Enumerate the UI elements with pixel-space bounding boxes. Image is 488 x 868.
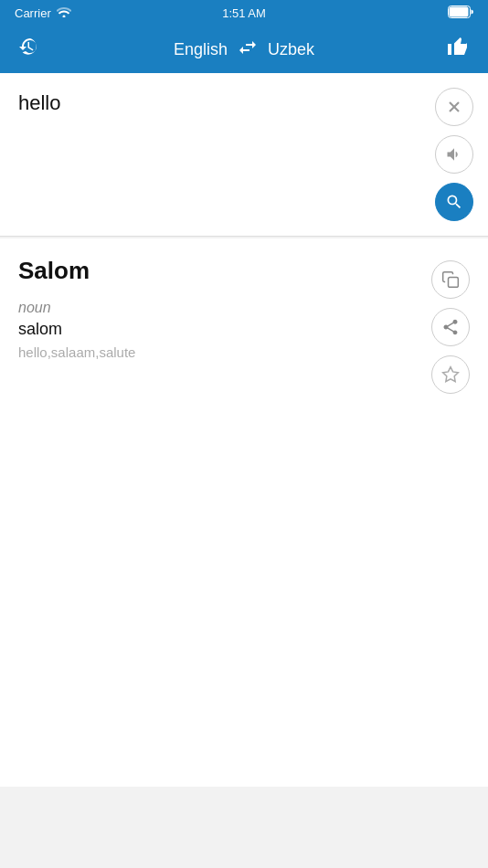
swap-languages-button[interactable] [237, 37, 259, 63]
app-header: English Uzbek [0, 26, 488, 73]
history-button[interactable] [15, 31, 46, 68]
search-input-display[interactable]: hello [18, 88, 435, 115]
rate-button[interactable] [442, 31, 473, 68]
speak-button[interactable] [435, 135, 473, 174]
language-switcher: English Uzbek [46, 37, 442, 63]
svg-marker-5 [443, 367, 459, 382]
result-content: Salom noun salom hello,salaam,salute [18, 257, 431, 360]
result-title: Salom [18, 257, 431, 285]
search-button[interactable] [435, 183, 473, 221]
clear-button[interactable] [435, 88, 473, 126]
status-bar: Carrier 1:51 AM [0, 0, 488, 26]
content-area-empty [0, 421, 488, 787]
wifi-icon [57, 6, 71, 20]
result-area: Salom noun salom hello,salaam,salute [0, 238, 488, 421]
search-action-buttons [435, 88, 473, 221]
search-area: hello [0, 73, 488, 237]
result-action-buttons [431, 257, 470, 394]
status-battery [448, 5, 473, 21]
result-translation: salom [18, 320, 431, 339]
carrier-text: Carrier [15, 6, 51, 20]
result-synonyms: hello,salaam,salute [18, 344, 431, 360]
source-language[interactable]: English [174, 40, 228, 59]
svg-rect-1 [450, 6, 469, 16]
favorite-button[interactable] [431, 355, 470, 394]
result-part-of-speech: noun [18, 300, 431, 316]
svg-rect-4 [449, 278, 459, 288]
target-language[interactable]: Uzbek [268, 40, 314, 59]
status-time: 1:51 AM [222, 6, 266, 20]
status-carrier: Carrier [15, 6, 71, 20]
share-button[interactable] [431, 308, 470, 346]
copy-button[interactable] [431, 260, 470, 299]
